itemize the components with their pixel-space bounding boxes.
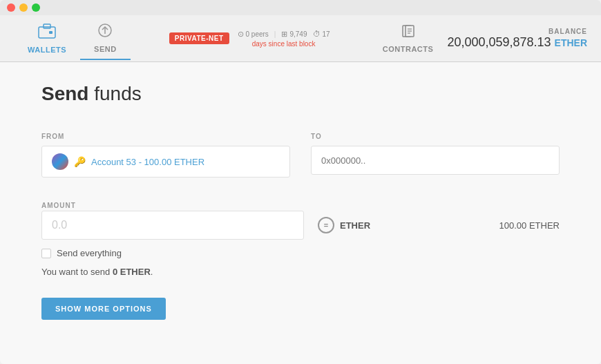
nav-left: WALLETS SEND [14,17,131,60]
wallets-label: WALLETS [28,46,66,54]
currency-selector[interactable]: = ETHER [318,217,370,233]
main-content: Send funds FROM 🔑 Account 53 - 100.00 ET… [0,62,601,364]
amount-row: 0.0 = ETHER 100.00 ETHER [41,211,560,240]
contracts-label: CONTRACTS [383,45,434,53]
network-row-top: ⊙ 0 peers | ⊞ 9,749 ⏱ 17 [238,30,330,39]
max-balance: 100.00 ETHER [499,220,560,231]
from-input[interactable]: 🔑 Account 53 - 100.00 ETHER [41,146,290,178]
key-icon: 🔑 [74,156,86,167]
titlebar [0,0,601,15]
peers-value: 0 peers [246,30,269,38]
amount-placeholder: 0.0 [52,219,67,231]
from-to-section: FROM 🔑 Account 53 - 100.00 ETHER TO [41,133,560,178]
nav-center: PRIVATE-NET ⊙ 0 peers | ⊞ 9,749 ⏱ 17 [131,30,369,48]
from-label: FROM [41,133,290,140]
balance-section: BALANCE 20,000,059,878.13 ETHER [447,28,587,50]
blocks-value: 9,749 [289,30,307,38]
send-everything-row: Send everything [41,248,560,258]
peers-icon: ⊙ [238,30,244,39]
amount-section: AMOUNT 0.0 = ETHER 100.00 ETHER Send eve… [41,198,560,277]
from-group: FROM 🔑 Account 53 - 100.00 ETHER [41,133,290,178]
title-strong: Send [41,83,88,104]
send-info: You want to send 0 ETHER. [41,267,560,277]
balance-value: 20,000,059,878.13 ETHER [447,35,587,50]
currency-label: ETHER [340,220,370,231]
account-avatar [52,153,68,170]
send-label: SEND [94,45,117,53]
amount-input-wrapper: 0.0 [41,211,304,240]
days-stat: ⏱ 17 [313,30,330,38]
wallet-icon [38,23,56,43]
send-info-amount: 0 ETHER [113,267,151,277]
minimize-button[interactable] [19,3,28,12]
balance-unit: ETHER [555,37,587,48]
send-info-suffix: . [151,267,153,277]
blocks-stat: ⊞ 9,749 [281,30,307,39]
from-account-value: Account 53 - 100.00 ETHER [91,157,204,167]
currency-icon: = [318,217,334,233]
to-input-wrapper[interactable] [311,146,560,175]
navbar: WALLETS SEND PRIVATE-NET [0,15,601,62]
to-address-input[interactable] [321,155,549,166]
amount-input[interactable]: 0.0 [41,211,304,240]
page-title: Send funds [41,83,560,105]
send-everything-label: Send everything [57,248,122,258]
nav-item-wallets[interactable]: WALLETS [14,18,80,59]
app-window: WALLETS SEND PRIVATE-NET [0,0,601,364]
close-button[interactable] [7,3,15,12]
network-badge: PRIVATE-NET [169,32,229,44]
days-warning: days since last block [252,40,316,48]
days-value: 17 [323,30,330,38]
blocks-icon: ⊞ [281,30,287,39]
svg-rect-2 [49,31,53,34]
nav-item-send[interactable]: SEND [80,17,131,60]
maximize-button[interactable] [32,3,40,12]
balance-number: 20,000,059,878.13 [447,35,551,49]
contracts-icon [400,24,417,42]
balance-label: BALANCE [447,28,587,35]
nav-item-contracts[interactable]: CONTRACTS [369,19,448,59]
clock-icon: ⏱ [313,30,321,38]
peers-stat: ⊙ 0 peers [238,30,269,39]
title-suffix: funds [88,83,141,104]
to-group: TO [311,133,560,178]
divider: | [274,30,276,38]
amount-label: AMOUNT [41,202,76,209]
send-everything-checkbox[interactable] [41,249,51,258]
send-icon [97,23,113,42]
svg-rect-1 [44,24,50,28]
send-info-prefix: You want to send [41,267,113,277]
network-info: ⊙ 0 peers | ⊞ 9,749 ⏱ 17 days since last… [238,30,330,48]
to-label: TO [311,133,560,140]
show-more-options-button[interactable]: SHOW MORE OPTIONS [41,298,166,320]
